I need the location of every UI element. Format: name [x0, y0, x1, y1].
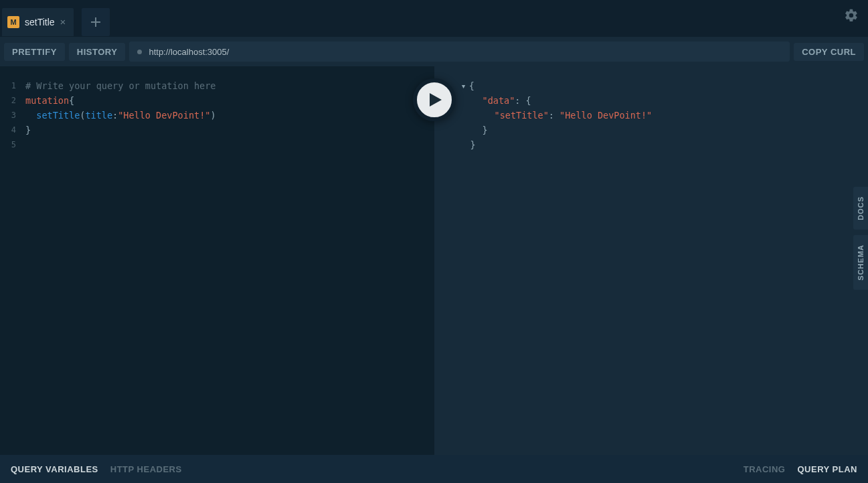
- footer-bar: QUERY VARIABLES HTTP HEADERS TRACING QUE…: [0, 455, 868, 483]
- fold-caret-icon[interactable]: ▾: [461, 78, 466, 93]
- schema-tab[interactable]: SCHEMA: [853, 235, 868, 290]
- gear-icon: [844, 8, 859, 23]
- line-number: 5: [0, 137, 16, 152]
- json-brace: }: [483, 125, 488, 135]
- code-indent: [25, 110, 36, 121]
- docs-tab[interactable]: DOCS: [853, 187, 868, 230]
- json-colon: :: [515, 95, 520, 106]
- json-key: "data": [483, 95, 515, 106]
- json-value: "Hello DevPoint!": [559, 110, 652, 121]
- code-area[interactable]: # Write your query or mutation heremutat…: [20, 66, 434, 455]
- json-brace: }: [470, 139, 476, 150]
- json-brace: {: [469, 80, 474, 91]
- code-arg: title: [85, 110, 112, 121]
- json-brace: {: [526, 95, 531, 106]
- code-comment: # Write your query or mutation here: [25, 80, 215, 91]
- json-key: "setTitle": [495, 110, 549, 121]
- tab-settitle[interactable]: M setTitle ×: [2, 8, 74, 36]
- history-button[interactable]: HISTORY: [69, 43, 126, 61]
- play-icon: [428, 92, 443, 108]
- tab-query-plan[interactable]: QUERY PLAN: [797, 464, 857, 474]
- copy-curl-button[interactable]: COPY CURL: [794, 43, 864, 61]
- endpoint-bar: [129, 42, 790, 62]
- endpoint-input[interactable]: [149, 47, 782, 57]
- tab-label: setTitle: [25, 17, 55, 27]
- line-number: 3: [0, 108, 16, 123]
- tab-query-variables[interactable]: QUERY VARIABLES: [11, 464, 98, 474]
- code-keyword: mutation: [25, 95, 69, 106]
- json-colon: :: [549, 110, 554, 121]
- code-brace: {: [69, 95, 74, 106]
- tab-http-headers[interactable]: HTTP HEADERS: [110, 464, 182, 474]
- line-gutter: 1 2 3 4 5: [0, 66, 20, 455]
- line-number: 4: [0, 123, 16, 137]
- toolbar: PRETTIFY HISTORY COPY CURL: [0, 37, 868, 66]
- tab-tracing[interactable]: TRACING: [744, 464, 786, 474]
- query-editor[interactable]: 1 2 3 4 5 # Write your query or mutation…: [0, 66, 434, 455]
- execute-button[interactable]: [413, 78, 456, 121]
- code-paren: ): [210, 110, 215, 121]
- line-number: 2: [0, 93, 16, 108]
- tab-bar: M setTitle ×: [0, 0, 868, 37]
- code-colon: :: [112, 110, 118, 121]
- plus-icon: [90, 17, 101, 27]
- prettify-button[interactable]: PRETTIFY: [4, 43, 65, 61]
- code-string: "Hello DevPoint!": [118, 110, 210, 121]
- settings-button[interactable]: [844, 8, 859, 25]
- new-tab-button[interactable]: [82, 8, 110, 36]
- side-tabs: DOCS SCHEMA: [853, 187, 868, 295]
- code-field: setTitle: [36, 110, 80, 121]
- line-number: 1: [0, 78, 16, 93]
- operation-badge: M: [7, 16, 19, 28]
- close-icon[interactable]: ×: [60, 17, 66, 27]
- code-brace: }: [25, 125, 31, 135]
- main-area: 1 2 3 4 5 # Write your query or mutation…: [0, 66, 868, 455]
- status-dot-icon: [137, 50, 142, 54]
- response-viewer[interactable]: ▾{"data": {"setTitle": "Hello DevPoint!"…: [434, 66, 869, 455]
